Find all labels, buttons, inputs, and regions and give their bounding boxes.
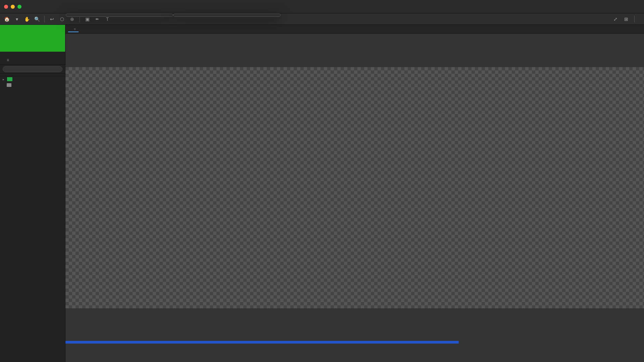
main-layout: ≡ ▸ ≡ bbox=[0, 25, 644, 362]
comp-tab-bar: ≡ bbox=[65, 25, 644, 34]
comp-item[interactable]: ▸ bbox=[0, 76, 65, 82]
maximize-window-button[interactable] bbox=[17, 5, 21, 9]
project-columns bbox=[0, 74, 65, 76]
comp-tab-menu-icon[interactable]: ≡ bbox=[74, 27, 76, 31]
separator bbox=[634, 16, 635, 22]
cam-tool[interactable]: ⬡ bbox=[58, 15, 66, 23]
folder-icon bbox=[7, 83, 11, 87]
fit-button[interactable]: ⊞ bbox=[622, 15, 630, 23]
file-menu[interactable] bbox=[66, 13, 173, 17]
titlebar bbox=[0, 0, 644, 13]
toolbar-right: ⤢ ⊞ bbox=[601, 15, 641, 23]
export-submenu[interactable] bbox=[173, 13, 281, 17]
folder-item[interactable] bbox=[0, 82, 65, 88]
expand-icon: ▸ bbox=[3, 77, 4, 81]
comp-thumbnail bbox=[0, 25, 65, 52]
separator bbox=[44, 16, 45, 22]
comp-icon bbox=[7, 77, 12, 81]
snapping-toggle[interactable] bbox=[601, 15, 609, 23]
select-tool[interactable]: ▾ bbox=[13, 15, 21, 23]
panel-menu-icon[interactable]: ≡ bbox=[7, 58, 9, 62]
project-item-list: ▸ bbox=[0, 76, 65, 362]
comp-viewer bbox=[65, 34, 644, 362]
home-button[interactable]: 🏠 bbox=[3, 15, 11, 23]
left-panel: ≡ ▸ bbox=[0, 25, 65, 362]
expand-button[interactable]: ⤢ bbox=[611, 15, 620, 23]
timeline-indicator-bar bbox=[65, 341, 459, 344]
window-controls bbox=[4, 5, 21, 9]
project-search-input[interactable] bbox=[3, 66, 62, 72]
rotate-tool[interactable]: ↩ bbox=[48, 15, 56, 23]
project-header: ≡ bbox=[0, 56, 65, 65]
minimize-window-button[interactable] bbox=[11, 5, 15, 9]
composition-tab[interactable]: ≡ bbox=[68, 26, 79, 32]
checker-background bbox=[65, 67, 644, 308]
zoom-tool[interactable]: 🔍 bbox=[33, 15, 41, 23]
center-area: ≡ bbox=[65, 25, 644, 362]
close-window-button[interactable] bbox=[4, 5, 8, 9]
hand-tool[interactable]: ✋ bbox=[23, 15, 31, 23]
search-bar bbox=[0, 65, 65, 74]
